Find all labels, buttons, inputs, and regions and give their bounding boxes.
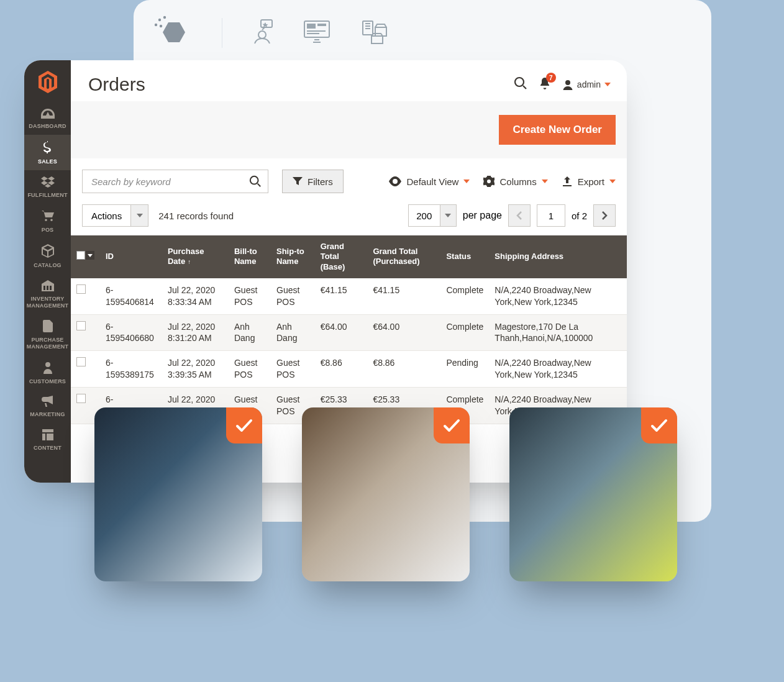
sidebar-item-fulfillment[interactable]: FULFILLMENT [24, 170, 71, 204]
table-row[interactable]: 6-1595389175Jul 22, 2020 3:39:35 AMGuest… [71, 351, 627, 388]
sidebar-item-purchase-management[interactable]: PURCHASE MANAGEMENT [24, 314, 71, 355]
cell-address: N/A,2240 Broadway,New York,New York,1234… [489, 278, 627, 314]
cell-gtb: €64.00 [315, 314, 368, 351]
column-header[interactable]: Status [440, 235, 489, 278]
cell-address: N/A,2240 Broadway,New York,New York,1234… [489, 351, 627, 388]
next-page-button[interactable] [593, 204, 616, 227]
cell-status: Complete [440, 314, 489, 351]
svg-rect-11 [307, 33, 319, 34]
column-header[interactable]: Bill-to Name [229, 235, 271, 278]
cell-date: Jul 22, 2020 8:33:34 AM [162, 278, 229, 314]
header-checkbox[interactable] [71, 235, 100, 278]
sidebar-item-label: FULFILLMENT [27, 192, 67, 199]
sidebar-item-label: CATALOG [34, 262, 62, 269]
cell-bill: Guest POS [229, 351, 271, 388]
promo-card-pos [94, 407, 262, 581]
inventory-boxes-icon [359, 19, 389, 47]
column-header[interactable]: ID [100, 235, 162, 278]
sidebar-item-content[interactable]: CONTENT [24, 423, 71, 457]
sidebar-item-label: MARKETING [30, 411, 65, 418]
sidebar-item-dashboard[interactable]: DASHBOARD [24, 102, 71, 135]
sidebar-item-customers[interactable]: CUSTOMERS [24, 355, 71, 390]
cell-date: Jul 22, 2020 8:31:20 AM [162, 314, 229, 351]
customer-review-icon [250, 19, 275, 47]
admin-name: admin [577, 80, 601, 89]
column-header[interactable]: Purchase Date↑ [162, 235, 229, 278]
background-nav [134, 14, 711, 52]
svg-point-2 [163, 16, 166, 19]
filters-label: Filters [308, 176, 333, 187]
sidebar-item-label: CUSTOMERS [29, 378, 66, 385]
svg-point-16 [515, 78, 524, 86]
cell-bill: Anh Dang [229, 314, 271, 351]
cell-id: 6-1595406680 [100, 314, 162, 351]
action-strip: Create New Order [71, 101, 627, 158]
create-new-order-button[interactable]: Create New Order [499, 115, 616, 145]
promo-card-warehouse [509, 407, 677, 581]
sidebar-item-sales[interactable]: SALES [24, 135, 71, 171]
view-label: Default View [407, 176, 459, 187]
row-checkbox[interactable] [76, 357, 86, 366]
svg-point-5 [258, 31, 266, 39]
actions-label: Actions [83, 205, 130, 226]
separator [222, 18, 222, 48]
promo-cards-row [94, 407, 677, 581]
page-title: Orders [88, 74, 145, 95]
svg-rect-9 [317, 24, 326, 26]
filters-button[interactable]: Filters [282, 170, 344, 193]
sidebar-item-inventory-management[interactable]: INVENTORY MANAGEMENT [24, 274, 71, 314]
sidebar-item-catalog[interactable]: CATALOG [24, 238, 71, 274]
check-badge [641, 407, 677, 443]
notification-bell-icon[interactable]: 7 [539, 76, 551, 93]
chevron-down-icon [130, 205, 148, 226]
row-checkbox[interactable] [76, 284, 86, 294]
promo-card-payment [302, 407, 470, 581]
column-header[interactable]: Ship-to Name [271, 235, 315, 278]
cell-gtb: €41.15 [315, 278, 368, 314]
cell-gtb: €8.86 [315, 351, 368, 388]
chevron-down-icon [542, 180, 548, 183]
building-icon [41, 280, 55, 293]
column-header[interactable]: Grand Total (Purchased) [367, 235, 440, 278]
sidebar-item-pos[interactable]: POS [24, 204, 71, 239]
search-icon[interactable] [514, 76, 527, 93]
person-icon [43, 361, 52, 376]
cell-bill: Guest POS [229, 278, 271, 314]
sidebar-item-label: INVENTORY MANAGEMENT [25, 296, 70, 309]
table-row[interactable]: 6-1595406814Jul 22, 2020 8:33:34 AMGuest… [71, 278, 627, 314]
row-checkbox[interactable] [76, 394, 86, 403]
actions-dropdown[interactable]: Actions [82, 204, 148, 227]
default-view-dropdown[interactable]: Default View [388, 176, 470, 187]
per-page-label: per page [463, 210, 502, 221]
records-found: 241 records found [158, 211, 234, 221]
sidebar-item-marketing[interactable]: MARKETING [24, 389, 71, 423]
chevron-down-icon [440, 205, 456, 226]
dollar-icon [43, 141, 52, 157]
column-header[interactable]: Shipping Address [489, 235, 627, 278]
gear-icon [483, 176, 495, 187]
search-input[interactable] [91, 176, 249, 187]
export-dropdown[interactable]: Export [562, 176, 616, 187]
per-page-select[interactable]: 200 [408, 204, 457, 227]
search-submit-icon[interactable] [249, 175, 262, 188]
prev-page-button[interactable] [508, 204, 531, 227]
hex-logo-icon [153, 14, 194, 52]
svg-marker-0 [163, 22, 185, 42]
chevron-down-icon [463, 180, 470, 183]
search-box[interactable] [82, 170, 268, 193]
dashboard-screen-icon [302, 19, 332, 47]
page-number-input[interactable] [537, 204, 565, 227]
toolbar-secondary: Actions 241 records found 200 per page o… [71, 204, 627, 235]
row-checkbox[interactable] [76, 321, 86, 330]
sidebar-item-label: POS [42, 227, 54, 234]
table-row[interactable]: 6-1595406680Jul 22, 2020 8:31:20 AMAnh D… [71, 314, 627, 351]
cell-ship: Anh Dang [271, 314, 315, 351]
admin-menu[interactable]: admin [562, 79, 611, 90]
cube-icon [42, 244, 54, 260]
cell-date: Jul 22, 2020 3:39:35 AM [162, 351, 229, 388]
sidebar-item-label: SALES [38, 158, 57, 165]
columns-dropdown[interactable]: Columns [483, 176, 547, 187]
svg-point-4 [160, 25, 162, 27]
cell-gtp: €41.15 [367, 278, 440, 314]
column-header[interactable]: Grand Total (Base) [315, 235, 368, 278]
